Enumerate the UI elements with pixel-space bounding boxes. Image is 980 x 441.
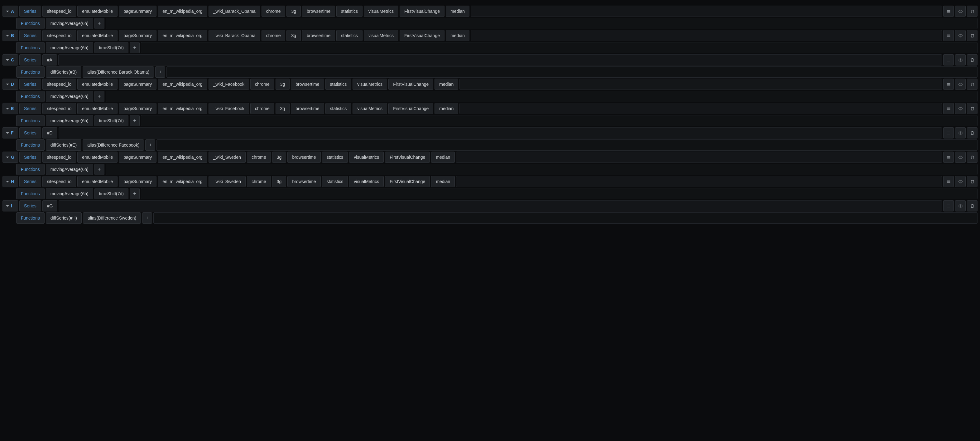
series-segment[interactable]: _wiki_Facebook: [208, 103, 249, 114]
delete-query-button[interactable]: [967, 151, 977, 163]
series-ref[interactable]: #G: [42, 200, 58, 212]
series-segment[interactable]: median: [446, 6, 469, 17]
functions-label[interactable]: Functions: [16, 67, 45, 78]
add-function-button[interactable]: +: [142, 212, 152, 224]
series-segment[interactable]: 3g: [286, 6, 301, 17]
toggle-visibility-button[interactable]: [955, 103, 966, 114]
series-segment[interactable]: emulatedMobile: [77, 151, 118, 163]
function-token[interactable]: movingAverage(6h): [46, 18, 93, 29]
collapse-toggle[interactable]: E: [3, 103, 18, 114]
series-segment[interactable]: statistics: [322, 176, 348, 187]
function-token[interactable]: timeShift(7d): [94, 115, 129, 126]
reorder-button[interactable]: [943, 79, 954, 90]
series-segment[interactable]: pageSummary: [119, 151, 156, 163]
series-label[interactable]: Series: [19, 30, 41, 41]
series-segment[interactable]: emulatedMobile: [77, 176, 118, 187]
delete-query-button[interactable]: [967, 6, 977, 17]
delete-query-button[interactable]: [967, 103, 977, 114]
series-segment[interactable]: statistics: [325, 79, 352, 90]
functions-label[interactable]: Functions: [16, 91, 45, 102]
collapse-toggle[interactable]: C: [3, 54, 18, 65]
function-token[interactable]: movingAverage(6h): [46, 42, 93, 53]
toggle-visibility-button[interactable]: [955, 127, 966, 139]
series-segment[interactable]: sitespeed_io: [42, 151, 76, 163]
series-label[interactable]: Series: [19, 127, 41, 139]
toggle-visibility-button[interactable]: [955, 54, 966, 65]
series-ref[interactable]: #D: [42, 127, 57, 139]
collapse-toggle[interactable]: I: [3, 200, 18, 212]
series-segment[interactable]: emulatedMobile: [77, 6, 118, 17]
collapse-toggle[interactable]: H: [3, 176, 18, 187]
series-segment[interactable]: 3g: [275, 103, 290, 114]
series-segment[interactable]: en_m_wikipedia_org: [158, 30, 207, 41]
series-segment[interactable]: chrome: [261, 6, 286, 17]
series-label[interactable]: Series: [19, 54, 41, 65]
functions-label[interactable]: Functions: [16, 188, 45, 199]
series-segment[interactable]: median: [431, 176, 455, 187]
series-segment[interactable]: 3g: [272, 176, 286, 187]
series-segment[interactable]: visualMetrics: [364, 6, 398, 17]
function-token[interactable]: diffSeries(#B): [46, 67, 82, 78]
series-segment[interactable]: chrome: [250, 103, 274, 114]
function-token[interactable]: movingAverage(6h): [46, 91, 93, 102]
series-label[interactable]: Series: [19, 200, 41, 212]
series-segment[interactable]: chrome: [247, 151, 271, 163]
function-token[interactable]: diffSeries(#H): [46, 212, 82, 224]
delete-query-button[interactable]: [967, 30, 977, 41]
series-segment[interactable]: browsertime: [291, 103, 324, 114]
series-segment[interactable]: statistics: [336, 6, 363, 17]
reorder-button[interactable]: [943, 30, 954, 41]
series-segment[interactable]: FirstVisualChange: [399, 30, 444, 41]
series-segment[interactable]: statistics: [336, 30, 363, 41]
series-segment[interactable]: visualMetrics: [364, 30, 398, 41]
series-label[interactable]: Series: [19, 151, 41, 163]
function-token[interactable]: movingAverage(6h): [46, 115, 93, 126]
function-token[interactable]: timeShift(7d): [94, 42, 129, 53]
series-segment[interactable]: en_m_wikipedia_org: [158, 151, 207, 163]
series-segment[interactable]: median: [446, 30, 469, 41]
toggle-visibility-button[interactable]: [955, 200, 966, 212]
add-function-button[interactable]: +: [94, 164, 104, 175]
series-label[interactable]: Series: [19, 103, 41, 114]
series-segment[interactable]: en_m_wikipedia_org: [158, 103, 207, 114]
toggle-visibility-button[interactable]: [955, 6, 966, 17]
series-label[interactable]: Series: [19, 6, 41, 17]
series-segment[interactable]: sitespeed_io: [42, 176, 76, 187]
functions-label[interactable]: Functions: [16, 115, 45, 126]
reorder-button[interactable]: [943, 103, 954, 114]
series-segment[interactable]: chrome: [247, 176, 271, 187]
reorder-button[interactable]: [943, 54, 954, 65]
series-segment[interactable]: chrome: [261, 30, 286, 41]
series-segment[interactable]: statistics: [325, 103, 352, 114]
add-function-button[interactable]: +: [130, 115, 140, 126]
series-segment[interactable]: pageSummary: [119, 30, 156, 41]
function-token[interactable]: movingAverage(6h): [46, 188, 93, 199]
function-token[interactable]: timeShift(7d): [94, 188, 129, 199]
series-segment[interactable]: sitespeed_io: [42, 30, 76, 41]
functions-label[interactable]: Functions: [16, 18, 45, 29]
toggle-visibility-button[interactable]: [955, 151, 966, 163]
functions-label[interactable]: Functions: [16, 42, 45, 53]
series-segment[interactable]: emulatedMobile: [77, 30, 118, 41]
series-segment[interactable]: _wiki_Sweden: [208, 176, 246, 187]
series-segment[interactable]: sitespeed_io: [42, 103, 76, 114]
series-segment[interactable]: en_m_wikipedia_org: [158, 6, 207, 17]
delete-query-button[interactable]: [967, 79, 977, 90]
collapse-toggle[interactable]: B: [3, 30, 18, 41]
reorder-button[interactable]: [943, 151, 954, 163]
series-segment[interactable]: en_m_wikipedia_org: [158, 176, 207, 187]
series-segment[interactable]: browsertime: [287, 151, 320, 163]
series-segment[interactable]: FirstVisualChange: [388, 103, 433, 114]
toggle-visibility-button[interactable]: [955, 30, 966, 41]
series-segment[interactable]: _wiki_Sweden: [208, 151, 246, 163]
reorder-button[interactable]: [943, 6, 954, 17]
series-segment[interactable]: median: [434, 79, 458, 90]
series-segment[interactable]: browsertime: [291, 79, 324, 90]
series-segment[interactable]: browsertime: [302, 30, 335, 41]
series-segment[interactable]: pageSummary: [119, 103, 156, 114]
function-token[interactable]: alias(Difference Barack Obama): [83, 67, 154, 78]
series-segment[interactable]: FirstVisualChange: [385, 176, 430, 187]
collapse-toggle[interactable]: G: [3, 151, 18, 163]
toggle-visibility-button[interactable]: [955, 176, 966, 187]
series-segment[interactable]: emulatedMobile: [77, 103, 118, 114]
